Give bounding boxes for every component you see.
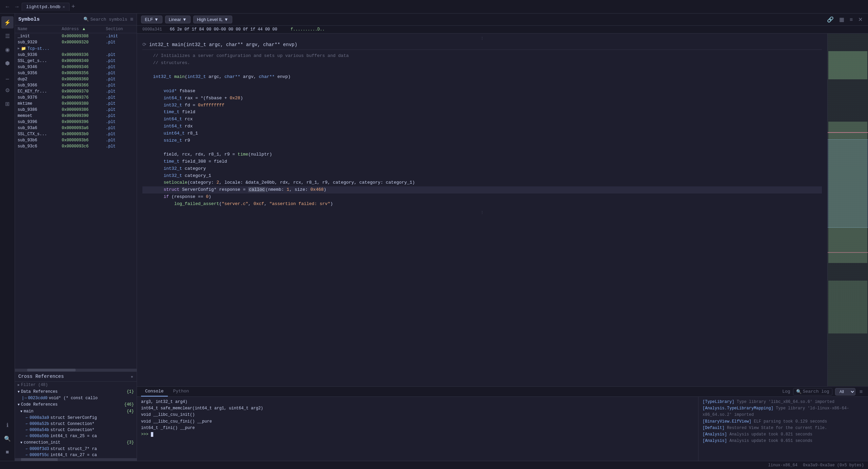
code-line: time_t field_308 = field xyxy=(142,158,822,165)
expand-icon: ▼ xyxy=(18,390,20,394)
list-item-group[interactable]: ► 📁 Tcp-st... xyxy=(15,45,137,52)
list-item[interactable]: _init 0x000009308 .init xyxy=(15,33,137,39)
xref-header: Cross References ★ xyxy=(15,372,137,382)
hex-ascii: f..........D.. xyxy=(291,27,325,32)
list-item[interactable]: SSL_CTX_s... 0x0000093b0 .plt xyxy=(15,131,137,137)
list-item[interactable]: sub_9396 0x000009396 .plt xyxy=(15,119,137,125)
hlil-dropdown[interactable]: High Level IL ▼ xyxy=(193,16,232,23)
xref-item[interactable]: ← 0000a3a9 struct ServerConfig xyxy=(15,415,137,421)
list-item[interactable]: dup2 0x000009360 .plt xyxy=(15,76,137,82)
search-symbols-btn[interactable]: 🔍 Search symbols xyxy=(83,17,127,22)
status-bar: linux-x86_64 0xa3a9-0xa3ae (0x5 bytes) xyxy=(0,461,868,469)
col-name-header: Name xyxy=(18,27,62,32)
horizontal-scrollbar[interactable] xyxy=(15,369,137,371)
log-menu-btn[interactable]: ≡ xyxy=(858,388,864,395)
linear-dropdown[interactable]: Linear ▼ xyxy=(165,16,191,23)
hamburger-button[interactable]: ≡ xyxy=(130,16,133,22)
xref-main-group[interactable]: ▼ main {4} xyxy=(15,408,137,415)
forward-button[interactable]: → xyxy=(12,2,22,11)
log-entry: [TypeLibrary] Type library 'libc_x86_64.… xyxy=(703,399,864,405)
xref-item[interactable]: ← 0000f55c int64_t rax_27 = ca xyxy=(15,452,137,458)
code-line xyxy=(142,67,822,74)
code-line: int64_t rcx xyxy=(142,116,822,123)
sort-icon[interactable]: ▲ xyxy=(83,27,85,32)
log-area[interactable]: [TypeLibrary] Type library 'libc_x86_64.… xyxy=(698,397,868,461)
list-item[interactable]: sub_9356 0x000009356 .plt xyxy=(15,70,137,76)
home-icon-btn[interactable]: ⚡ xyxy=(1,16,14,28)
elf-dropdown[interactable]: ELF ▼ xyxy=(141,16,162,23)
disassembly-icon-btn[interactable]: ☰ xyxy=(1,30,14,42)
graph-icon-btn[interactable]: ⬢ xyxy=(1,57,14,69)
search-log-input[interactable]: 🔍 Search log xyxy=(793,388,832,395)
symbols-header: Symbols 🔍 Search symbols ≡ xyxy=(15,14,137,25)
info-icon-btn[interactable]: ℹ xyxy=(1,419,14,431)
list-item[interactable]: SSL_get_s... 0x000009340 .plt xyxy=(15,58,137,64)
list-item[interactable]: mktime 0x000009380 .plt xyxy=(15,101,137,107)
expand-icon: ► xyxy=(18,47,20,50)
code-area[interactable]: ⋮ ⟳ int32_t main(int32_t argc, char** ar… xyxy=(137,34,827,386)
tab-bar: ← → lighttpd.bndb ✕ + xyxy=(0,0,868,14)
xref-item[interactable]: ← 0000a54b struct Connection* xyxy=(15,427,137,433)
search-log-label: Search log xyxy=(803,389,829,394)
code-line: int32_t fd = 0xffffffff xyxy=(142,102,822,109)
tag-icon-btn[interactable]: ◉ xyxy=(1,43,14,56)
file-tab[interactable]: lighttpd.bndb ✕ xyxy=(22,3,70,11)
data-refs-label: Data References xyxy=(21,389,58,394)
back-button[interactable]: ← xyxy=(3,2,12,11)
refresh-icon[interactable]: ⟳ xyxy=(142,42,146,47)
xref-data-refs[interactable]: ▼ Data References {1} xyxy=(15,388,137,395)
search-icon-btn[interactable]: 🔍 xyxy=(1,432,14,445)
link-icon-btn[interactable]: 🔗 xyxy=(826,16,835,23)
xref-star-icon[interactable]: ★ xyxy=(131,374,133,379)
list-item[interactable]: sub_9376 0x000009376 .plt xyxy=(15,95,137,101)
xref-code-refs[interactable]: ▼ Code References {46} xyxy=(15,401,137,408)
branch-icon-btn[interactable]: ⎯ xyxy=(1,70,14,83)
terminal-icon-btn[interactable]: ■ xyxy=(1,446,14,458)
list-item[interactable]: sub_9346 0x000009346 .plt xyxy=(15,64,137,70)
chevron-down-icon: ▼ xyxy=(182,17,187,22)
log-filter-select[interactable]: All xyxy=(835,388,855,395)
xref-item[interactable]: ← 0000a52b struct Connection* xyxy=(15,421,137,427)
tab-python[interactable]: Python xyxy=(169,387,193,396)
list-item[interactable]: memset 0x000009390 .plt xyxy=(15,113,137,119)
range-label: 0xa3a9-0xa3ae (0x5 bytes) xyxy=(803,463,864,468)
expand-icon: ▼ xyxy=(20,410,22,413)
toolbar-right: 🔗 ▦ ≡ ✕ xyxy=(826,16,864,23)
code-line xyxy=(142,81,822,88)
xref-filter[interactable]: ► Filter (48) xyxy=(15,382,137,388)
plugin-icon-btn[interactable]: ⊞ xyxy=(1,98,14,110)
tab-console[interactable]: Console xyxy=(141,387,168,396)
close-icon[interactable]: ✕ xyxy=(62,4,65,9)
function-header: ⟳ int32_t main(int32_t argc, char** argv… xyxy=(142,42,822,50)
list-item[interactable]: sub_93c6 0x0000093c6 .plt xyxy=(15,143,137,149)
content-area: ELF ▼ Linear ▼ High Level IL ▼ 🔗 ▦ ≡ ✕ 0… xyxy=(137,14,868,461)
arrow-icon: ← xyxy=(26,415,28,420)
arrow-icon: ← xyxy=(26,428,28,432)
log-entry: [Default] Restored View State for the cu… xyxy=(703,425,864,431)
expand-icon: ► xyxy=(18,383,20,387)
xref-list: ► Filter (48) ▼ Data References {1} |→ 0… xyxy=(15,382,137,458)
arrow-icon: ← xyxy=(26,447,28,451)
columns-icon-btn[interactable]: ▦ xyxy=(838,16,846,23)
console-area[interactable]: arg3, int32_t arg4) int64_t safe_memclea… xyxy=(137,397,698,461)
list-item[interactable]: sub_93b6 0x0000093b6 .plt xyxy=(15,137,137,143)
settings-icon-btn[interactable]: ⚙ xyxy=(1,84,14,96)
xref-item[interactable]: ← 0000f3d3 struct struct_7* ra xyxy=(15,446,137,452)
list-item[interactable]: sub_9366 0x000009366 .plt xyxy=(15,82,137,88)
xref-conninit-group[interactable]: ▼ connection_init {3} xyxy=(15,439,137,446)
list-item[interactable]: sub_9336 0x000009336 .plt xyxy=(15,52,137,58)
add-tab-button[interactable]: + xyxy=(70,3,77,10)
list-item[interactable]: EC_KEY_fr... 0x000009370 .plt xyxy=(15,88,137,95)
arrow-icon: |→ xyxy=(22,396,26,401)
xref-scrollbar[interactable] xyxy=(15,458,137,461)
list-item[interactable]: sub_9320 0x000009320 .plt xyxy=(15,39,137,45)
list-item[interactable]: sub_93a6 0x0000093a6 .plt xyxy=(15,125,137,131)
arrow-icon: ← xyxy=(26,422,28,426)
list-item[interactable]: sub_9386 0x000009386 .plt xyxy=(15,107,137,113)
log-entry: [Analysis] Analysis update took 0.821 se… xyxy=(703,431,864,438)
minimap[interactable] xyxy=(827,34,868,386)
xref-item[interactable]: |→ 0023cdd0 void* (* const callo xyxy=(15,395,137,401)
xref-item[interactable]: ← 0000a56b int64_t rax_25 = ca xyxy=(15,433,137,439)
menu-icon-btn[interactable]: ≡ xyxy=(848,16,854,23)
close-panel-icon-btn[interactable]: ✕ xyxy=(857,16,864,23)
